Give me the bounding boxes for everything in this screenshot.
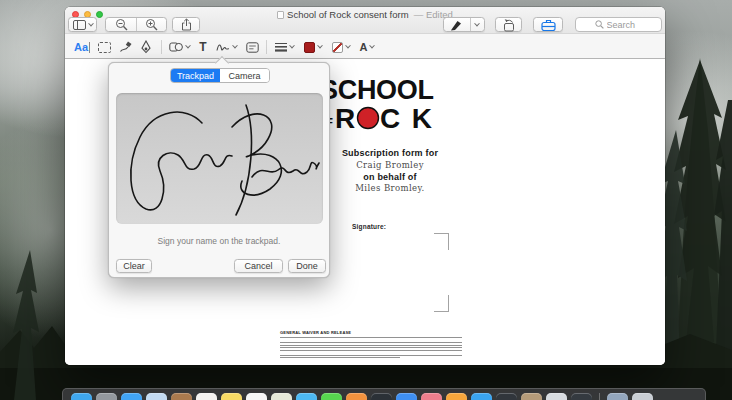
dock-icon-mail[interactable] [146, 393, 167, 400]
text-tool[interactable]: T [196, 34, 210, 60]
chevron-down-icon [345, 43, 351, 49]
chevron-down-icon [370, 43, 376, 49]
cancel-button[interactable]: Cancel [234, 259, 283, 273]
done-button[interactable]: Done [288, 259, 326, 273]
tab-camera[interactable]: Camera [220, 69, 269, 82]
share-icon [180, 18, 193, 31]
logo-line1: SCHOOL [320, 76, 434, 105]
chevron-down-icon [289, 43, 295, 49]
dock-icon-maps[interactable] [271, 393, 292, 400]
dock-icon-pages[interactable] [396, 393, 417, 400]
logo-red-o [358, 108, 379, 129]
annotate-pen-menu[interactable] [471, 18, 484, 31]
rotate-left-icon [502, 18, 516, 32]
text-selection-label: Aa [74, 41, 88, 53]
dock-icon-textedit[interactable] [546, 393, 567, 400]
zoom-buttons [105, 17, 167, 32]
dock-icon-terminal[interactable] [571, 393, 592, 400]
dock-icon-system-preferences[interactable] [496, 393, 517, 400]
dock-icon-stocks[interactable] [371, 393, 392, 400]
signature-box-corner-bottom-right [434, 295, 449, 312]
sidebar-view-icon [73, 20, 86, 30]
dock-icon-finder[interactable] [71, 393, 92, 400]
fine-print-block: GENERAL WAIVER AND RELEASE [280, 330, 462, 358]
text-tool-label: T [199, 40, 206, 54]
dock [62, 388, 706, 400]
rect-selection-tool[interactable] [95, 34, 113, 60]
divider [266, 40, 267, 54]
dock-icon-downloads-folder[interactable] [607, 393, 628, 400]
document-proxy-icon [277, 11, 284, 19]
logo-rock-ck: CK [380, 103, 432, 132]
dock-icon-calendar[interactable] [196, 393, 217, 400]
signature-source-tabs: Trackpad Camera [170, 68, 270, 83]
note-icon [246, 42, 259, 53]
border-color-tool[interactable] [301, 34, 325, 60]
shapes-icon [169, 41, 183, 53]
fine-print-paragraph [280, 337, 462, 356]
search-input[interactable] [607, 20, 643, 30]
border-color-swatch [304, 42, 315, 53]
zoom-out-icon [115, 18, 128, 31]
dock-icon-photos[interactable] [346, 393, 367, 400]
signature-tool[interactable] [213, 34, 239, 60]
preview-window: School of Rock consent form — Edited [65, 7, 665, 365]
markup-toolbar: Aa T [65, 33, 665, 59]
dock-icon-safari[interactable] [121, 393, 142, 400]
shapes-tool[interactable] [167, 34, 192, 60]
sketch-tool[interactable] [117, 34, 135, 60]
dock-icon-contacts[interactable] [171, 393, 192, 400]
ibeam-cursor-icon [89, 42, 90, 53]
text-style-label: A [360, 41, 368, 53]
sketch-icon [119, 40, 133, 54]
shape-style-tool[interactable] [272, 34, 296, 60]
zoom-out-button[interactable] [106, 18, 136, 31]
marker-pen-icon [450, 19, 463, 31]
search-field[interactable] [575, 17, 662, 32]
fine-print-heading: GENERAL WAIVER AND RELEASE [280, 330, 462, 335]
share-button[interactable] [172, 17, 200, 32]
window-title-text: School of Rock consent form [287, 9, 408, 20]
dock-icon-trash[interactable] [632, 393, 653, 400]
signature-drawing [116, 93, 323, 224]
dock-icon-facetime[interactable] [296, 393, 317, 400]
dock-icon-app-orange[interactable] [446, 393, 467, 400]
chevron-down-icon [474, 20, 480, 26]
signature-trackpad-area[interactable] [116, 93, 323, 224]
tab-trackpad[interactable]: Trackpad [171, 69, 220, 82]
draw-pen-icon [139, 40, 153, 54]
annotate-pen-group [443, 17, 485, 32]
chevron-down-icon [88, 20, 94, 26]
draw-tool[interactable] [137, 34, 155, 60]
chevron-down-icon [232, 43, 238, 49]
chevron-down-icon [185, 43, 191, 49]
dock-icon-notes[interactable] [221, 393, 242, 400]
markup-toolbar-toggle-button[interactable] [533, 17, 563, 32]
clear-button[interactable]: Clear [116, 259, 152, 273]
annotate-pen-button[interactable] [444, 18, 470, 31]
markup-toolbox-icon [541, 18, 556, 31]
signature-popover: Trackpad Camera Sign your name on the tr… [108, 62, 330, 278]
dock-icon-divider [599, 393, 600, 400]
rotate-button[interactable] [495, 17, 522, 32]
line-weight-icon [275, 42, 287, 52]
divider [161, 40, 162, 54]
text-selection-tool[interactable]: Aa [70, 34, 94, 60]
view-menu-button[interactable] [68, 17, 97, 32]
signature-box-corner-top-right [434, 233, 449, 250]
text-style-tool[interactable]: A [357, 34, 377, 60]
dock-icon-messages[interactable] [321, 393, 342, 400]
fill-color-tool[interactable] [329, 34, 353, 60]
popover-caption: Sign your name on the trackpad. [109, 236, 329, 246]
dock-icon-reminders[interactable] [246, 393, 267, 400]
fill-color-swatch [332, 42, 343, 53]
zoom-in-icon [145, 18, 158, 31]
window-toolbar: School of Rock consent form — Edited [65, 7, 665, 33]
dock-icon-launchpad[interactable] [96, 393, 117, 400]
dock-icon-app-store[interactable] [471, 393, 492, 400]
signature-field-label: Signature: [352, 223, 386, 230]
dock-icon-itunes[interactable] [421, 393, 442, 400]
dock-icon-photo-frame[interactable] [521, 393, 542, 400]
zoom-in-button[interactable] [137, 18, 166, 31]
note-tool[interactable] [243, 34, 261, 60]
